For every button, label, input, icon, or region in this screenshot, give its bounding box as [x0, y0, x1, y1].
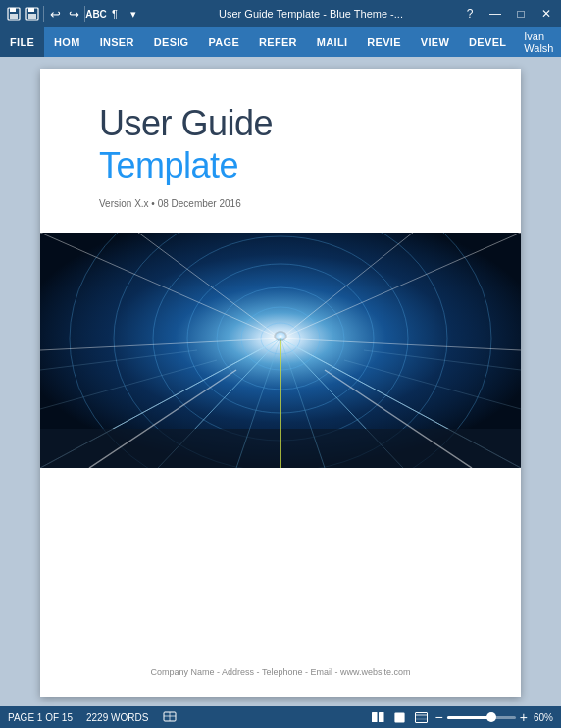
zoom-control[interactable]: − +	[435, 710, 528, 724]
undo-icon[interactable]: ↩	[47, 6, 63, 22]
spell-icon[interactable]: ABC	[88, 6, 104, 22]
redo-icon[interactable]: ↪	[66, 6, 81, 22]
help-button[interactable]: ?	[461, 5, 479, 23]
doc-title-main: User Guide	[99, 104, 462, 143]
save-icon[interactable]	[6, 6, 22, 22]
status-left: PAGE 1 OF 15 2229 WORDS	[8, 709, 178, 725]
format-icon[interactable]: ¶	[107, 6, 123, 22]
svg-rect-42	[379, 712, 384, 722]
save2-icon[interactable]	[25, 6, 40, 22]
svg-point-31	[251, 315, 310, 362]
tab-review[interactable]: REVIE	[357, 27, 411, 57]
print-layout-icon[interactable]	[392, 709, 408, 725]
window-controls: ? — □ ✕	[461, 5, 555, 23]
tab-insert[interactable]: INSER	[90, 27, 144, 57]
title-bar: ↩ ↪ ABC ¶ ▾ User Guide Template - Blue T…	[0, 0, 561, 27]
zoom-plus[interactable]: +	[520, 710, 528, 724]
svg-rect-44	[416, 712, 428, 722]
read-mode-icon[interactable]	[371, 709, 386, 725]
quick-access-icons: ↩ ↪ ABC ¶ ▾	[6, 6, 141, 22]
svg-rect-1	[10, 8, 16, 12]
doc-version: Version X.x • 08 December 2016	[99, 198, 462, 209]
page-count: PAGE 1 OF 15	[8, 712, 73, 723]
language-icon[interactable]	[162, 709, 178, 725]
svg-rect-41	[372, 712, 378, 722]
user-name: Ivan Walsh	[524, 30, 560, 54]
zoom-percent: 60%	[534, 712, 553, 723]
web-layout-icon[interactable]	[414, 709, 430, 725]
svg-rect-4	[28, 8, 34, 12]
doc-header-section: User Guide Template Version X.x • 08 Dec…	[40, 69, 521, 233]
status-right: − + 60%	[371, 709, 553, 725]
tab-file[interactable]: FILE	[0, 27, 44, 57]
doc-title-sub: Template	[99, 145, 462, 186]
user-menu[interactable]: Ivan Walsh ▾ K	[516, 27, 561, 57]
tunnel-image	[40, 233, 521, 468]
close-button[interactable]: ✕	[537, 5, 555, 23]
svg-rect-43	[395, 713, 404, 722]
tab-references[interactable]: REFER	[249, 27, 307, 57]
minimize-button[interactable]: —	[486, 5, 504, 23]
zoom-minus[interactable]: −	[435, 710, 443, 724]
dropdown-icon[interactable]: ▾	[126, 6, 141, 22]
tab-view[interactable]: VIEW	[411, 27, 459, 57]
word-count: 2229 WORDS	[86, 712, 148, 723]
document-page: User Guide Template Version X.x • 08 Dec…	[40, 69, 521, 697]
tab-mailings[interactable]: MAILI	[307, 27, 357, 57]
maximize-button[interactable]: □	[512, 5, 530, 23]
window-title: User Guide Template - Blue Theme -...	[165, 8, 457, 20]
ribbon-tabs: FILE HOM INSER DESIG PAGE REFER MAILI RE…	[0, 27, 561, 57]
svg-rect-2	[10, 14, 18, 19]
svg-rect-5	[28, 14, 36, 19]
content-area: User Guide Template Version X.x • 08 Dec…	[0, 57, 561, 706]
zoom-slider-track[interactable]	[447, 716, 516, 719]
tab-page[interactable]: PAGE	[198, 27, 249, 57]
company-info: Company Name - Address - Telephone - Ema…	[151, 667, 411, 677]
tab-developer[interactable]: DEVEL	[459, 27, 516, 57]
doc-footer: Company Name - Address - Telephone - Ema…	[40, 468, 521, 697]
tab-home[interactable]: HOM	[44, 27, 90, 57]
status-bar: PAGE 1 OF 15 2229 WORDS	[0, 706, 561, 728]
tab-design[interactable]: DESIG	[144, 27, 199, 57]
